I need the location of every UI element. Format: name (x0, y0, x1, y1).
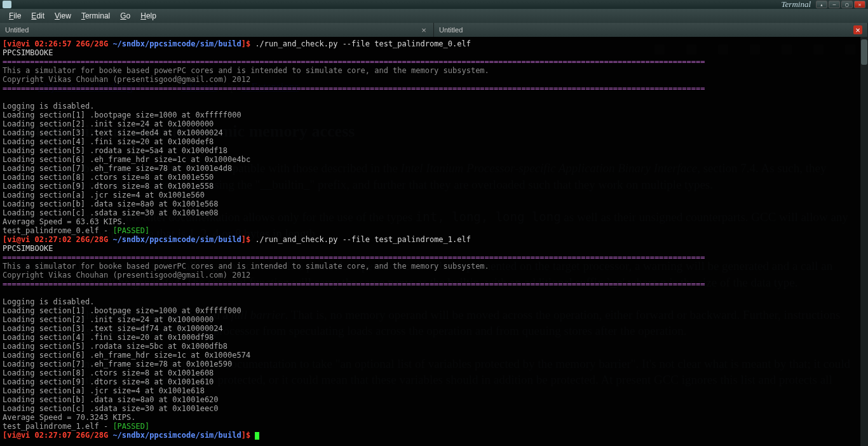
tabbar: Untitled × Untitled × (0, 23, 868, 37)
app-name: Terminal (782, 0, 811, 10)
tab-close-icon[interactable]: × (419, 25, 428, 34)
menubar: File Edit View Terminal Go Help (0, 9, 868, 23)
menu-go[interactable]: Go (115, 10, 135, 22)
cursor (255, 432, 259, 440)
app-icon (3, 1, 11, 8)
tab-0[interactable]: Untitled × (0, 23, 434, 37)
menu-help[interactable]: Help (135, 10, 161, 22)
terminal-output[interactable]: [vi@vi 02:26:57 26G/28G ~/sndbx/ppcsimco… (0, 37, 868, 446)
menu-view[interactable]: View (50, 10, 76, 22)
maximize-button[interactable]: ▢ (841, 1, 853, 8)
tab-close-icon[interactable]: × (853, 25, 862, 34)
tab-1[interactable]: Untitled × (434, 23, 868, 37)
menu-edit[interactable]: Edit (26, 10, 50, 22)
scrollbar[interactable] (860, 37, 868, 446)
close-button[interactable]: ✕ (854, 1, 865, 8)
menu-terminal[interactable]: Terminal (76, 10, 115, 22)
window-titlebar: Terminal ▴ — ▢ ✕ (0, 0, 868, 9)
shade-button[interactable]: ▴ (816, 1, 827, 8)
menu-file[interactable]: File (4, 10, 26, 22)
scrollbar-thumb[interactable] (861, 39, 867, 65)
tab-title: Untitled (5, 26, 419, 34)
minimize-button[interactable]: — (829, 1, 840, 8)
tab-title: Untitled (439, 26, 853, 34)
